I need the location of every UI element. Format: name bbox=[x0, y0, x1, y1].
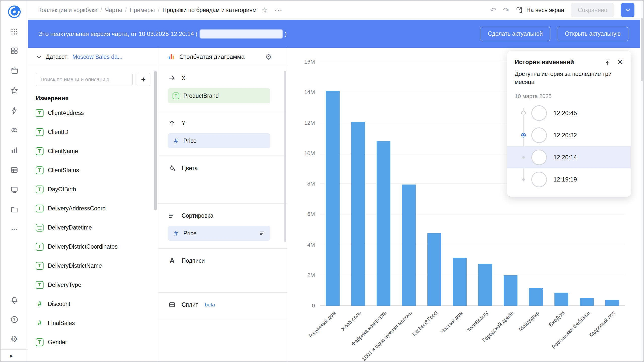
dimensions-list: TClientAddressTClientIDTClientNameTClien… bbox=[28, 103, 158, 352]
field-name: ClientAddress bbox=[48, 110, 84, 116]
add-field-button[interactable]: + bbox=[137, 73, 150, 86]
bar-БиоДом[interactable] bbox=[554, 293, 568, 306]
dataset-field-FinalSales[interactable]: #FinalSales bbox=[28, 313, 158, 333]
bar-Городской драйв[interactable] bbox=[504, 275, 517, 306]
dataset-field-ClientID[interactable]: TClientID bbox=[28, 122, 158, 142]
dataset-field-DeliveryType[interactable]: TDeliveryType bbox=[28, 275, 158, 294]
dataset-name-link[interactable]: Moscow Sales da... bbox=[72, 54, 122, 60]
sort-field-name: Price bbox=[183, 230, 196, 237]
history-entry-12:19:19[interactable]: 12:19:19 bbox=[507, 168, 631, 191]
breadcrumb-item[interactable]: Примеры bbox=[130, 7, 155, 14]
bar-slot: 1001 и одна нужная мелочь bbox=[396, 62, 422, 306]
x-field-pill[interactable]: T ProductBrand bbox=[168, 88, 270, 103]
undo-icon[interactable]: ↶ bbox=[490, 6, 496, 15]
gear-icon[interactable]: ⚙ bbox=[9, 333, 20, 344]
version-radio-selected[interactable] bbox=[521, 133, 526, 138]
version-radio-dot[interactable] bbox=[522, 156, 525, 159]
banner-text: Это неактуальная версия чарта, от 10.03.… bbox=[38, 29, 287, 38]
x-axis-label: Мойдодыр bbox=[517, 310, 540, 332]
apps-grid-icon[interactable] bbox=[9, 26, 20, 37]
dataset-field-ClientName[interactable]: TClientName bbox=[28, 142, 158, 161]
charts-icon[interactable] bbox=[9, 145, 20, 156]
history-entry-12:20:14[interactable]: 12:20:14 bbox=[507, 146, 631, 168]
dataset-field-DeliveryDatetime[interactable]: DeliveryDatetime bbox=[28, 218, 158, 237]
dataset-field-Gender[interactable]: TGender bbox=[28, 333, 158, 352]
field-name: Gender bbox=[48, 339, 67, 346]
make-actual-button[interactable]: Сделать актуальной bbox=[480, 27, 550, 41]
collapse-panel-icon[interactable] bbox=[604, 59, 611, 66]
sort-field-pill[interactable]: # Price bbox=[168, 226, 270, 241]
star-icon[interactable] bbox=[9, 85, 20, 96]
bar-Кедровый лес[interactable] bbox=[605, 300, 619, 306]
chevron-down-icon[interactable] bbox=[36, 54, 42, 60]
dataset-field-DeliveryDistrictName[interactable]: TDeliveryDistrictName bbox=[28, 256, 158, 275]
chart-settings-gear-icon[interactable]: ⚙ bbox=[265, 52, 272, 62]
history-entry-12:20:45[interactable]: 12:20:45 bbox=[507, 102, 631, 124]
favorite-star-icon[interactable]: ☆ bbox=[261, 6, 268, 15]
more-icon[interactable] bbox=[9, 224, 20, 235]
dataset-field-ClientAddress[interactable]: TClientAddress bbox=[28, 103, 158, 122]
connections-icon[interactable] bbox=[9, 125, 20, 136]
dimensions-title: Измерения bbox=[36, 95, 150, 102]
lightning-icon[interactable] bbox=[9, 105, 20, 116]
help-icon[interactable]: ? bbox=[9, 314, 20, 325]
fullscreen-button[interactable]: На весь экран bbox=[516, 7, 564, 14]
y-field-pill[interactable]: # Price bbox=[168, 133, 270, 148]
dataset-field-DeliveryDistrictCoordinates[interactable]: TDeliveryDistrictCoordinates bbox=[28, 237, 158, 256]
bar-Разумный дом[interactable] bbox=[326, 91, 340, 306]
bar-Kitchen&Food[interactable] bbox=[427, 233, 441, 306]
page-scrollbar-thumb[interactable] bbox=[641, 18, 643, 81]
version-radio-ring[interactable] bbox=[521, 111, 526, 115]
bar-Мойдодыр[interactable] bbox=[529, 288, 543, 306]
banner-actions: Сделать актуальной Открыть актуальную bbox=[480, 27, 628, 41]
collections-icon[interactable] bbox=[9, 45, 20, 56]
version-time: 12:19:19 bbox=[553, 176, 577, 183]
dashboards-icon[interactable] bbox=[9, 184, 20, 195]
bar-1001 и одна нужная мелочь[interactable] bbox=[402, 185, 416, 306]
page-scrollbar[interactable] bbox=[640, 1, 643, 361]
dataset-field-DayOfBirth[interactable]: TDayOfBirth bbox=[28, 180, 158, 199]
dataset-field-ClientStatus[interactable]: TClientStatus bbox=[28, 161, 158, 180]
redo-icon[interactable]: ↷ bbox=[503, 6, 509, 15]
field-type-icon-text: T bbox=[173, 93, 179, 99]
header-actions: ↶ ↷ На весь экран Сохранено bbox=[490, 3, 634, 17]
history-entry-12:20:32[interactable]: 12:20:32 bbox=[507, 124, 631, 146]
more-actions-icon[interactable]: ⋯ bbox=[274, 5, 283, 15]
save-dropdown-button[interactable] bbox=[621, 3, 634, 17]
dataset-field-DeliveryAddressCoord[interactable]: TDeliveryAddressCoord bbox=[28, 199, 158, 218]
app-window: ? ⚙ ▸ Коллекции и воркбуки/Чарты/Примеры… bbox=[0, 0, 644, 362]
fullscreen-label: На весь экран bbox=[526, 7, 564, 14]
svg-text:?: ? bbox=[13, 318, 16, 322]
bar-Хлеб-соль[interactable] bbox=[351, 122, 365, 306]
dataset-scrollbar[interactable] bbox=[154, 71, 157, 210]
field-type-icon-number: # bbox=[36, 319, 44, 327]
chart-type-header[interactable]: Столбчатая диаграмма ⚙ bbox=[158, 48, 287, 66]
bar-Фабрика комфорта[interactable] bbox=[377, 141, 390, 306]
sort-direction-icon[interactable] bbox=[259, 230, 265, 237]
bar-Ростовская фабрика[interactable] bbox=[580, 298, 594, 306]
section-labels-header: A Подписи bbox=[168, 255, 270, 266]
collapse-sidebar-icon[interactable]: ▸ bbox=[10, 352, 13, 359]
saved-button[interactable]: Сохранено bbox=[571, 3, 614, 17]
datasets-table-icon[interactable] bbox=[9, 164, 20, 175]
folder-icon[interactable] bbox=[9, 204, 20, 215]
y-axis-tick-label: 12M bbox=[304, 120, 315, 126]
config-scrollbar[interactable] bbox=[284, 71, 286, 242]
breadcrumb-item[interactable]: Коллекции и воркбуки bbox=[38, 7, 97, 14]
bar-TechBeauty[interactable] bbox=[478, 264, 492, 306]
dataset-field-Discount[interactable]: #Discount bbox=[28, 294, 158, 313]
datalens-logo[interactable] bbox=[7, 5, 22, 19]
dataset-search-row: + bbox=[28, 66, 158, 86]
bar-slot: Фабрика комфорта bbox=[371, 62, 396, 306]
breadcrumb-item[interactable]: Чарты bbox=[105, 7, 122, 14]
breadcrumb-item[interactable]: Продажи по брендам и категориям bbox=[163, 7, 257, 14]
version-radio-dot[interactable] bbox=[522, 178, 525, 181]
x-axis-label: Чистый дом bbox=[439, 310, 464, 335]
bell-icon[interactable] bbox=[9, 295, 20, 306]
workbooks-icon[interactable] bbox=[9, 65, 20, 76]
bar-Чистый дом[interactable] bbox=[453, 258, 467, 306]
search-input[interactable] bbox=[36, 73, 133, 86]
field-type-icon-text: T bbox=[36, 338, 44, 346]
open-actual-button[interactable]: Открыть актуальную bbox=[557, 27, 628, 41]
close-icon[interactable]: ✕ bbox=[617, 58, 623, 66]
